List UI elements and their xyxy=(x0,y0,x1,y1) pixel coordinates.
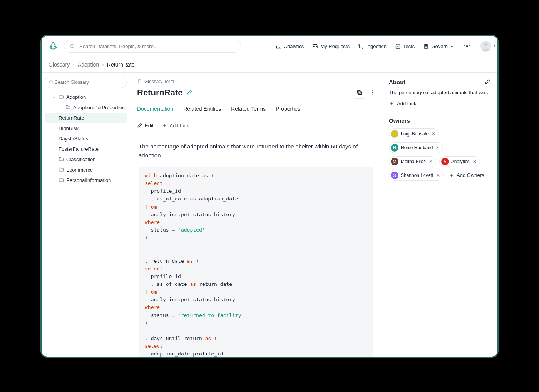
global-search[interactable] xyxy=(64,40,241,53)
breadcrumb-current: ReturnRate xyxy=(107,62,135,68)
owner-chip[interactable]: LLuigi Bonsale✕ xyxy=(389,128,439,139)
plus-icon xyxy=(389,101,394,106)
logo-icon xyxy=(48,41,58,51)
search-icon xyxy=(49,80,54,85)
avatar-icon xyxy=(480,41,491,52)
sidebar-search[interactable] xyxy=(45,77,127,88)
tab-related-entities[interactable]: Related Entities xyxy=(183,106,221,117)
owner-name: Nonie Radband xyxy=(401,145,433,150)
owner-chips: LLuigi Bonsale✕NNonie Radband✕MMelina El… xyxy=(389,128,490,181)
nav-my-requests[interactable]: My Requests xyxy=(312,43,350,49)
avatar-icon: N xyxy=(391,144,398,152)
edit-button[interactable]: Edit xyxy=(137,123,153,128)
gear-icon xyxy=(464,42,470,49)
tab-documentation[interactable]: Documentation xyxy=(137,106,173,117)
logo[interactable] xyxy=(48,41,59,52)
inbox-icon xyxy=(312,43,318,49)
entity-type-label: Glossary Term xyxy=(137,79,375,84)
owner-name: Luigi Bonsale xyxy=(401,131,429,137)
tree-node-foster-failure-rate[interactable]: FosterFailureRate xyxy=(45,144,127,154)
user-menu[interactable] xyxy=(480,41,491,52)
folder-icon xyxy=(65,105,71,110)
edit-about-button[interactable] xyxy=(485,79,490,86)
tab-related-terms[interactable]: Related Terms xyxy=(231,106,266,117)
about-add-link-button[interactable]: Add Link xyxy=(389,101,490,107)
tree-node-personal-information[interactable]: › PersonalInformation xyxy=(45,175,127,185)
tree-node-days-in-status[interactable]: DaysInStatus xyxy=(45,133,127,144)
term-description: The percentage of adopted animals that w… xyxy=(139,142,373,160)
avatar-icon: S xyxy=(391,172,398,179)
folder-icon xyxy=(59,177,64,183)
nav-analytics[interactable]: Analytics xyxy=(276,43,304,49)
remove-owner-button[interactable]: ✕ xyxy=(432,131,435,137)
nav-tests[interactable]: Tests xyxy=(395,43,415,49)
nav-govern[interactable]: Govern xyxy=(423,43,454,49)
add-link-button[interactable]: Add Link xyxy=(162,123,189,128)
tests-icon xyxy=(395,43,401,49)
code-block: with adoption_date as ( select profile_i… xyxy=(139,167,373,357)
chevron-right-icon: › xyxy=(52,157,56,162)
avatar-icon: M xyxy=(391,158,398,165)
owner-name: Shannon Lovett xyxy=(401,173,433,178)
main-content: Glossary Term ReturnRate Document xyxy=(130,73,382,357)
owner-chip[interactable]: SShannon Lovett✕ xyxy=(389,170,444,181)
svg-point-0 xyxy=(70,44,74,47)
svg-point-1 xyxy=(359,44,360,45)
pencil-icon xyxy=(187,89,192,95)
chevron-down-icon: ⌄ xyxy=(52,95,56,99)
svg-point-6 xyxy=(484,43,487,46)
document-icon xyxy=(137,79,142,84)
svg-point-5 xyxy=(466,45,468,47)
avatar-icon: L xyxy=(391,130,398,138)
add-owners-button[interactable]: Add Owners xyxy=(447,170,487,181)
search-icon xyxy=(70,43,75,49)
chevron-down-icon xyxy=(450,45,454,48)
svg-rect-9 xyxy=(357,91,360,94)
tree-node-ecommerce[interactable]: › Ecommerce xyxy=(45,165,127,175)
chevron-right-icon: › xyxy=(102,62,104,68)
glossary-sidebar: ⌄ Adoption › Adoption.PetProperties Retu… xyxy=(42,73,130,357)
tabs: Documentation Related Entities Related T… xyxy=(137,106,375,117)
chevron-right-icon: › xyxy=(59,105,63,110)
breadcrumb-parent[interactable]: Adoption xyxy=(78,62,99,68)
owner-name: Melina Eliez xyxy=(401,159,426,164)
sidebar-search-input[interactable] xyxy=(54,79,122,85)
about-panel: About The percentage of adopted animals … xyxy=(382,73,497,357)
copy-icon xyxy=(357,90,362,95)
edit-title-button[interactable] xyxy=(187,89,192,96)
remove-owner-button[interactable]: ✕ xyxy=(429,159,433,164)
tab-properties[interactable]: Properties xyxy=(276,106,300,117)
owner-chip[interactable]: AAnalytics✕ xyxy=(439,156,480,167)
folder-icon xyxy=(59,94,64,100)
nav-ingestion[interactable]: Ingestion xyxy=(358,43,387,49)
svg-point-2 xyxy=(362,47,363,48)
top-nav: Analytics My Requests Ingestion Tests Go… xyxy=(276,41,491,52)
global-search-input[interactable] xyxy=(79,43,235,50)
owner-chip[interactable]: MMelina Eliez✕ xyxy=(389,156,436,167)
settings-button[interactable] xyxy=(462,41,472,52)
doc-toolbar: Edit Add Link xyxy=(130,117,382,134)
svg-point-7 xyxy=(50,80,53,83)
chevron-right-icon: › xyxy=(52,178,56,182)
more-actions-button[interactable] xyxy=(369,87,375,98)
analytics-icon xyxy=(276,43,281,49)
chevron-right-icon: › xyxy=(52,168,56,172)
ingestion-icon xyxy=(358,43,364,49)
about-summary: The percentage of adopted animals that w… xyxy=(389,90,490,95)
top-bar: Analytics My Requests Ingestion Tests Go… xyxy=(42,36,497,57)
folder-icon xyxy=(59,157,64,162)
remove-owner-button[interactable]: ✕ xyxy=(436,145,440,150)
plus-icon xyxy=(162,123,167,128)
owner-chip[interactable]: NNonie Radband✕ xyxy=(389,142,443,153)
owners-heading: Owners xyxy=(389,117,490,124)
breadcrumb-root[interactable]: Glossary xyxy=(49,62,70,68)
copy-button[interactable] xyxy=(353,87,365,99)
tree-node-classification[interactable]: › Classification xyxy=(45,154,127,165)
owner-name: Analytics xyxy=(451,159,470,164)
remove-owner-button[interactable]: ✕ xyxy=(473,159,477,164)
remove-owner-button[interactable]: ✕ xyxy=(436,173,440,178)
tree-node-high-risk[interactable]: HighRisk xyxy=(45,123,127,133)
tree-node-pet-properties[interactable]: › Adoption.PetProperties xyxy=(45,102,127,113)
tree-node-adoption[interactable]: ⌄ Adoption xyxy=(45,92,127,102)
tree-node-return-rate[interactable]: ReturnRate xyxy=(45,113,127,123)
